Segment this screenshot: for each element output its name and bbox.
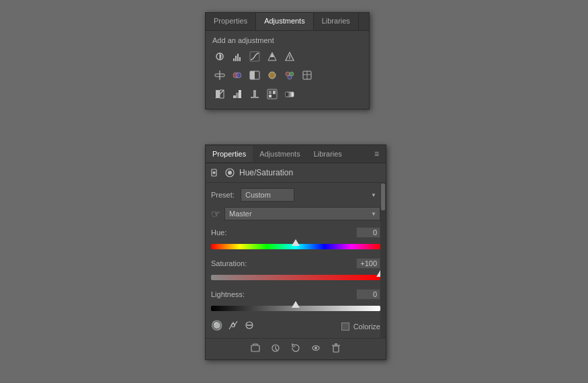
panel-header: Hue/Saturation [206,163,386,183]
tab-adjustments-top[interactable]: Adjustments [256,13,314,30]
svg-rect-26 [269,95,271,97]
adjustment-icons-row1 [206,47,369,66]
svg-point-11 [236,73,241,78]
light-thumb[interactable] [292,301,300,308]
hue-thumb[interactable] [292,239,300,246]
exposure-icon[interactable] [265,49,280,64]
delete-icon[interactable] [331,343,341,355]
light-label: Lightness: [211,290,245,298]
properties-panel-tabs: Properties Adjustments Libraries ≡ [206,145,386,163]
sat-slider-row: Saturation: +100 [211,258,380,284]
tab-adjustments[interactable]: Adjustments [253,146,307,162]
light-slider-track[interactable] [211,302,380,314]
top-panel-tabs: Properties Adjustments Libraries [206,13,369,31]
svg-point-31 [228,171,232,175]
svg-point-37 [314,347,317,349]
hue-saturation-icon[interactable] [212,68,227,83]
previous-state-icon[interactable] [270,343,281,355]
svg-point-13 [269,72,276,79]
light-slider-header: Lightness: 0 [211,289,380,300]
svg-rect-2 [235,56,237,61]
colorize-checkbox[interactable] [341,323,349,331]
preset-row: Preset: Custom Default Cyanotype Increas… [211,188,380,202]
add-adjustment-label: Add an adjustment [206,31,369,47]
colorize-label: Colorize [353,323,380,331]
svg-point-29 [213,171,216,174]
hue-label: Hue: [211,228,226,237]
preset-select-wrapper: Custom Default Cyanotype Increase Red Ol… [241,188,380,202]
svg-rect-22 [239,90,241,98]
black-white-icon[interactable] [247,68,262,83]
sat-track [211,275,380,280]
sat-slider-header: Saturation: +100 [211,258,380,269]
sat-slider-track[interactable] [211,271,380,284]
hue-slider-track[interactable] [211,241,380,253]
photo-filter-icon[interactable] [265,68,280,83]
svg-rect-27 [286,92,294,97]
svg-rect-20 [233,95,236,98]
svg-rect-25 [273,91,276,94]
svg-rect-38 [333,346,339,352]
sat-value[interactable]: +100 [356,258,380,269]
eyedropper-add-icon[interactable] [228,320,239,333]
svg-rect-1 [233,58,235,61]
sat-label: Saturation: [211,259,247,267]
panel-content: Preset: Custom Default Cyanotype Increas… [206,183,386,338]
hue-slider-row: Hue: 0 [211,227,380,253]
svg-rect-4 [239,57,241,61]
clip-to-layer-icon[interactable] [250,343,261,355]
tab-libraries[interactable]: Libraries [307,146,349,162]
scrollbar-thumb[interactable] [381,183,385,210]
preset-label: Preset: [211,191,237,199]
svg-rect-24 [269,91,271,94]
selective-color-icon[interactable] [265,87,280,101]
channel-select-wrapper: Master Reds Yellows Greens Cyans Blues M… [224,207,380,220]
tab-libraries-top[interactable]: Libraries [314,13,359,30]
eyedropper-subtract-icon[interactable] [244,320,255,333]
eyedropper-icon[interactable]: 🔘 [211,320,222,333]
properties-panel: Properties Adjustments Libraries ≡ Hue/S… [205,144,386,360]
channel-row: ☞ Master Reds Yellows Greens Cyans Blues… [211,207,380,220]
light-value[interactable]: 0 [356,289,380,300]
brightness-contrast-icon[interactable] [212,49,227,64]
invert-icon[interactable] [212,87,227,101]
gradient-map-icon[interactable] [282,87,297,101]
colorize-row: 🔘 Colorize [211,320,380,333]
svg-rect-3 [237,54,239,61]
panel-menu-icon[interactable]: ≡ [368,145,386,163]
eyedropper-icons: 🔘 [211,320,255,333]
adjustment-icons-row2 [206,66,369,85]
channel-select[interactable]: Master Reds Yellows Greens Cyans Blues M… [224,207,380,220]
scrollbar[interactable] [380,183,386,338]
panel-footer [206,338,386,359]
svg-rect-34 [251,345,259,351]
curves-icon[interactable] [247,49,262,64]
vibrance-icon[interactable] [282,49,297,64]
channel-mixer-icon[interactable] [282,68,297,83]
light-slider-row: Lightness: 0 [211,289,380,314]
posterize-icon[interactable] [230,87,245,101]
svg-point-16 [288,75,292,79]
tab-properties-top[interactable]: Properties [206,13,256,30]
reset-icon[interactable] [290,343,301,355]
finger-icon: ☞ [211,208,220,220]
hue-value[interactable]: 0 [356,227,380,238]
panel-title: Hue/Saturation [239,168,293,177]
color-lookup-icon[interactable] [300,68,314,83]
threshold-icon[interactable] [247,87,262,101]
adjustment-icons-row3 [206,85,369,103]
adjustments-panel: Properties Adjustments Libraries Add an … [205,12,370,110]
tab-properties[interactable]: Properties [206,146,253,162]
color-balance-icon[interactable] [230,68,245,83]
svg-rect-21 [236,93,239,98]
hue-sat-panel-icon [211,167,235,178]
levels-icon[interactable] [230,49,245,64]
visibility-icon[interactable] [310,343,321,355]
hue-slider-header: Hue: 0 [211,227,380,238]
preset-select[interactable]: Custom Default Cyanotype Increase Red Ol… [241,188,294,202]
